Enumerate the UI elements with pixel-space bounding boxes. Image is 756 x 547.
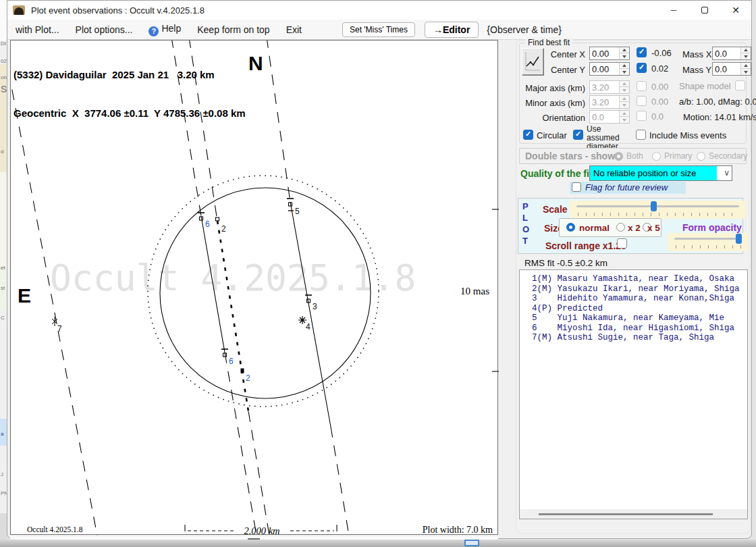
close-button[interactable]: ✕	[720, 1, 751, 20]
titlebar: Plot event observations : Occult v.4.202…	[7, 1, 751, 20]
mass-x-label: Mass X	[682, 49, 711, 59]
center-y-fit-checkbox[interactable]	[637, 63, 647, 73]
scale-slider-thumb[interactable]	[651, 201, 657, 211]
plot-letter: L	[522, 213, 528, 223]
major-axis-fit-checkbox	[637, 81, 647, 91]
mas-scale-label: 10 mas	[460, 286, 489, 296]
flag-review-checkbox[interactable]	[572, 182, 581, 192]
minor-axis-value: 3.20	[592, 97, 609, 107]
help-icon: ?	[148, 26, 159, 36]
mas-bracket	[492, 209, 499, 371]
observer-row[interactable]: 1(M) Masaru Yamashita, near Ikeda, Osaka	[532, 274, 747, 284]
menu-help[interactable]: ?Help	[140, 23, 189, 36]
orientation-fit-value: 0.0	[651, 111, 664, 122]
major-axis-value: 3.20	[592, 82, 609, 93]
spin-up[interactable]	[741, 47, 751, 53]
editor-button[interactable]: →Editor	[425, 22, 479, 38]
orientation-label: Orientation	[520, 113, 585, 123]
center-y-spinner[interactable]: 0.00	[589, 62, 630, 76]
minor-axis-spinner: 3.20	[589, 95, 630, 109]
maximize-button[interactable]	[689, 1, 720, 20]
minor-axis-fit-value: 0.00	[651, 97, 668, 107]
app-icon	[13, 5, 25, 15]
screen: DI 02 on S d et st C a J PN Plot event o…	[0, 0, 756, 547]
center-x-spinner[interactable]: 0.00	[589, 47, 630, 60]
mass-y-label: Mass Y	[682, 65, 711, 75]
spin-down[interactable]	[741, 53, 751, 59]
observer-row[interactable]: 6 Miyoshi Ida, near Higashiomi, Shiga	[532, 323, 747, 334]
form-opacity-slider[interactable]	[668, 233, 748, 251]
double-stars-secondary-radio	[697, 152, 705, 161]
minor-axis-fit-checkbox	[637, 96, 647, 106]
observer-row[interactable]: 2(M) Yasukazu Ikari, near Moriyama, Shig…	[532, 284, 747, 294]
observer-list-scrollbar-thumb[interactable]	[539, 513, 713, 515]
spin-up[interactable]	[620, 47, 629, 53]
center-y-label: Center Y	[541, 65, 585, 75]
size-normal-radio[interactable]	[566, 223, 575, 232]
mass-y-value: 0.0	[715, 64, 727, 74]
observer-row[interactable]: 7(M) Atsushi Sugie, near Taga, Shiga	[532, 333, 747, 343]
scale-slider[interactable]	[570, 201, 746, 219]
center-x-fit-value: -0.06	[651, 48, 672, 58]
east-label: E	[18, 284, 31, 307]
double-stars-primary-radio	[652, 152, 661, 161]
orientation-spinner: 0.0	[589, 110, 630, 124]
center-x-fit-checkbox[interactable]	[637, 47, 647, 57]
scalebar-label: 2.000 km	[244, 525, 279, 536]
center-x-value: 0.00	[592, 49, 609, 59]
menu-keep-on-top[interactable]: Keep form on top	[189, 24, 277, 35]
circular-label: Circular	[537, 130, 567, 140]
major-axis-fit-value: 0.00	[651, 82, 668, 92]
plot-width-label: Plot width: 7.0 km	[423, 525, 493, 535]
spin-down[interactable]	[741, 69, 751, 75]
mass-y-spinner[interactable]: 0.0	[712, 62, 751, 76]
double-stars-secondary-label: Secondary	[709, 151, 747, 161]
mass-x-spinner[interactable]: 0.0	[712, 47, 751, 60]
orientation-fit-checkbox	[637, 111, 647, 121]
chevron-down-icon: ∨	[724, 168, 730, 178]
use-assumed-diameter-checkbox[interactable]	[573, 130, 583, 140]
observer-list[interactable]: 1(M) Masaru Yamashita, near Ikeda, Osaka…	[519, 269, 748, 519]
occultation-plot[interactable]: Occult 4.2025.1.8	[10, 40, 498, 535]
spin-up[interactable]	[741, 63, 751, 69]
plot-version-label: Occult 4.2025.1.8	[27, 525, 83, 533]
menu-with-plot[interactable]: with Plot...	[7, 24, 68, 35]
observer-row[interactable]: 4(P) Predicted	[532, 304, 747, 314]
plot-letter: O	[522, 224, 529, 234]
minimize-button[interactable]: ─	[658, 1, 689, 20]
spin-down[interactable]	[620, 53, 629, 59]
plot-title-line1: (5332) Davidaguilar 2025 Jan 21 3.20 km	[14, 68, 246, 81]
include-miss-events-checkbox[interactable]	[636, 130, 646, 140]
plot-title-line2: Geocentric X 3774.06 ±0.11 Y 4785.36 ±0.…	[14, 107, 246, 120]
double-stars-both-radio	[614, 152, 623, 161]
circular-checkbox[interactable]	[523, 130, 533, 140]
menu-plot-options[interactable]: Plot options...	[68, 24, 141, 35]
spin-down[interactable]	[620, 69, 629, 75]
menu-exit[interactable]: Exit	[278, 24, 310, 35]
form-opacity-label: Form opacity	[682, 222, 742, 233]
size-radio-group: normal x 2 x 5	[559, 218, 662, 237]
observer-row[interactable]: 3 Hidehito Yamamura, near Konan,Shiga	[532, 294, 747, 304]
observer-row[interactable]: 5 Yuji Nakamura, near Kameyama, Mie	[532, 313, 747, 323]
observer-time-label[interactable]: {Observer & time}	[487, 24, 562, 35]
size-normal-label: normal	[579, 223, 610, 233]
major-axis-spinner: 3.20	[589, 80, 630, 94]
orientation-value: 0.0	[592, 112, 604, 122]
flag-review-row: Flag for future review	[570, 182, 686, 194]
major-axis-label: Major axis (km)	[520, 83, 585, 93]
occult-plot-window: Plot event observations : Occult v.4.202…	[7, 0, 752, 539]
station-label: 2	[246, 373, 250, 383]
size-x2-radio[interactable]	[616, 223, 625, 232]
quality-of-fit-value: No reliable position or size	[590, 166, 717, 180]
form-opacity-slider-thumb[interactable]	[736, 234, 742, 244]
observer-list-scrollbar[interactable]	[520, 509, 747, 519]
background-bottom-band	[0, 540, 756, 547]
window-title: Plot event observations : Occult v.4.202…	[31, 5, 205, 16]
scroll-range-checkbox[interactable]	[617, 238, 627, 249]
set-miss-times-button[interactable]: Set 'Miss' Times	[342, 22, 415, 37]
scroll-range-label: Scroll range x1.25	[545, 240, 626, 251]
watermark-text: Occult 4.2025.1.8	[50, 257, 416, 298]
quality-of-fit-combobox[interactable]: No reliable position or size ∨	[589, 165, 732, 181]
spin-up[interactable]	[620, 63, 629, 69]
menu-help-label: Help	[161, 23, 181, 34]
